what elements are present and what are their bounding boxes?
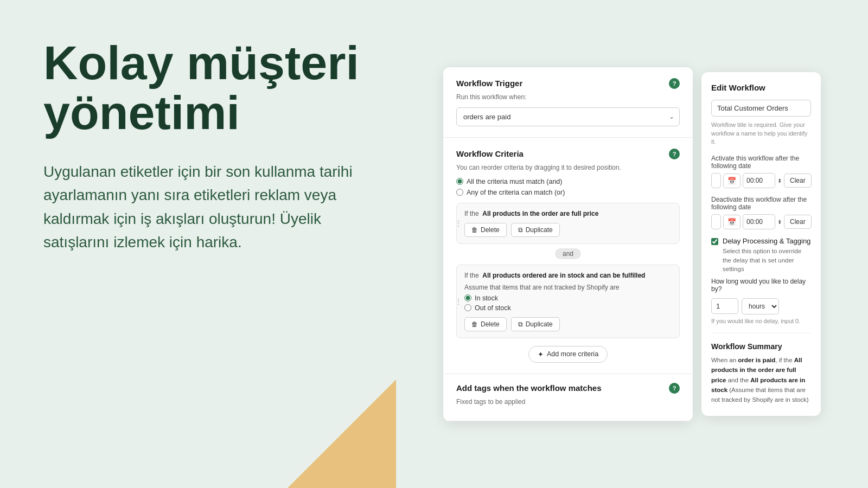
delay-checkbox[interactable]: [711, 238, 718, 245]
criteria-1-actions: 🗑 Delete ⧉ Duplicate: [464, 223, 672, 237]
calendar-icon: 📅: [727, 177, 736, 185]
deactivate-date-row: 📅 ⬍ Clear: [711, 214, 811, 229]
calendar-icon-2: 📅: [727, 218, 736, 226]
trigger-section-title: Workflow Trigger: [456, 79, 522, 88]
criteria-hint: You can reorder criteria by dragging it …: [456, 164, 680, 171]
delay-checkbox-desc: Select this option to override the delay…: [723, 247, 811, 273]
trigger-run-label: Run this workflow when:: [456, 93, 680, 101]
edit-sidebar-title: Edit Workflow: [711, 83, 811, 92]
delay-hint: If you would like no delay, input 0.: [711, 318, 811, 324]
deactivate-clear-button[interactable]: Clear: [784, 215, 812, 229]
trigger-select[interactable]: orders are paid: [456, 107, 680, 126]
deactivate-date-input[interactable]: [711, 214, 721, 229]
drag-handle-2[interactable]: ⋮: [455, 297, 462, 306]
right-panel: Workflow Trigger ? Run this workflow whe…: [396, 0, 868, 488]
add-criteria-button[interactable]: ✦ Add more criteria: [528, 346, 608, 363]
stock-assume-label: Assume that items that are not tracked b…: [464, 284, 672, 291]
match-any-option[interactable]: Any of the criteria can match (or): [456, 189, 680, 196]
plus-icon: ✦: [538, 350, 544, 358]
deactivate-chevron-icon: ⬍: [777, 219, 782, 225]
criteria-1-condition: If the All products in the order are ful…: [464, 210, 672, 217]
activate-calendar-button[interactable]: 📅: [723, 174, 741, 188]
section-divider: [711, 333, 811, 333]
decorative-triangle: [288, 380, 396, 488]
match-all-option[interactable]: All the criteria must match (and): [456, 178, 680, 185]
tags-section-title: Add tags when the workflow matches: [456, 383, 602, 393]
duplicate-icon-2: ⧉: [518, 320, 523, 328]
trash-icon: 🗑: [471, 226, 478, 234]
and-badge: and: [456, 248, 680, 258]
trigger-info-icon[interactable]: ?: [669, 78, 680, 89]
in-stock-radio[interactable]: [464, 294, 471, 301]
in-stock-option[interactable]: In stock: [464, 294, 672, 302]
hero-description: Uygulanan etiketler için bir son kullanm…: [43, 160, 363, 254]
activate-date-row: 📅 ⬍ Clear: [711, 173, 811, 188]
criteria-section-title: Workflow Criteria: [456, 149, 524, 158]
criteria-item-1: ⋮ If the All products in the order are f…: [456, 203, 680, 244]
activate-date-input[interactable]: [711, 173, 721, 188]
delete-button-2[interactable]: 🗑 Delete: [464, 317, 507, 331]
delay-value-input[interactable]: [711, 298, 738, 314]
criteria-2-actions: 🗑 Delete ⧉ Duplicate: [464, 317, 672, 331]
delay-checkbox-label: Delay Processing & Tagging: [723, 237, 811, 245]
duplicate-button-2[interactable]: ⧉ Duplicate: [511, 317, 560, 331]
workflow-trigger-section: Workflow Trigger ? Run this workflow whe…: [443, 67, 693, 138]
match-any-label: Any of the criteria can match (or): [467, 189, 565, 196]
out-of-stock-radio[interactable]: [464, 304, 471, 311]
trigger-select-wrapper[interactable]: orders are paid ⌄: [456, 107, 680, 126]
delay-checkbox-content: Delay Processing & Tagging Select this o…: [723, 237, 811, 273]
deactivate-label: Deactivate this workflow after the follo…: [711, 196, 811, 211]
delay-duration-row: hours: [711, 298, 811, 314]
edit-workflow-sidebar: Edit Workflow Workflow title is required…: [701, 72, 821, 415]
activate-time-input[interactable]: [743, 173, 775, 188]
tags-section: Add tags when the workflow matches ? Fix…: [443, 374, 693, 421]
delay-unit-select[interactable]: hours: [742, 298, 779, 314]
criteria-2-condition: If the All products ordered are in stock…: [464, 272, 672, 279]
tags-info-icon[interactable]: ?: [669, 383, 680, 394]
match-all-radio[interactable]: [456, 178, 463, 185]
activate-chevron-icon: ⬍: [777, 178, 782, 184]
delay-checkbox-row: Delay Processing & Tagging Select this o…: [711, 237, 811, 273]
criteria-info-icon[interactable]: ?: [669, 149, 680, 159]
match-any-radio[interactable]: [456, 189, 463, 196]
summary-title: Workflow Summary: [711, 342, 811, 351]
workflow-criteria-section: Workflow Criteria ? You can reorder crit…: [443, 138, 693, 374]
duplicate-button-1[interactable]: ⧉ Duplicate: [511, 223, 560, 237]
stock-options: Assume that items that are not tracked b…: [464, 284, 672, 312]
deactivate-time-input[interactable]: [743, 214, 775, 229]
svg-marker-0: [288, 380, 396, 488]
activate-label: Activate this workflow after the followi…: [711, 155, 811, 170]
delay-question: How long would you like to delay by?: [711, 278, 811, 293]
summary-text: When an order is paid, if the All produc…: [711, 355, 811, 405]
workflow-name-hint: Workflow title is required. Give your wo…: [711, 121, 811, 146]
trash-icon-2: 🗑: [471, 320, 478, 328]
activate-clear-button[interactable]: Clear: [784, 174, 812, 188]
duplicate-icon: ⧉: [518, 226, 523, 234]
drag-handle-1[interactable]: ⋮: [455, 219, 462, 228]
fixed-tags-label: Fixed tags to be applied: [456, 398, 680, 406]
edit-sidebar-content: Edit Workflow Workflow title is required…: [701, 72, 821, 415]
left-panel: Kolay müşteri yönetimi Uygulanan etiketl…: [0, 0, 396, 488]
hero-title: Kolay müşteri yönetimi: [43, 38, 363, 138]
workflow-card: Workflow Trigger ? Run this workflow whe…: [443, 67, 693, 421]
match-all-label: All the criteria must match (and): [467, 178, 562, 185]
workflow-name-input[interactable]: [711, 100, 811, 117]
out-of-stock-option[interactable]: Out of stock: [464, 304, 672, 312]
delete-button-1[interactable]: 🗑 Delete: [464, 223, 507, 237]
criteria-item-2: ⋮ If the All products ordered are in sto…: [456, 265, 680, 338]
deactivate-calendar-button[interactable]: 📅: [723, 215, 741, 229]
